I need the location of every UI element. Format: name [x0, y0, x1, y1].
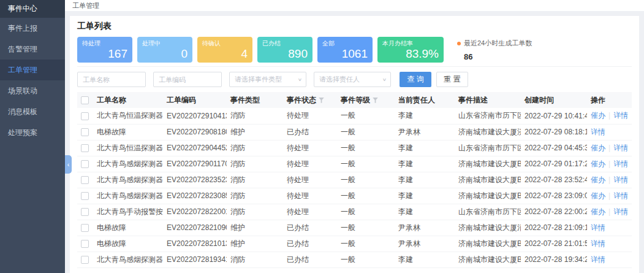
detail-link[interactable]: 详情	[613, 144, 628, 152]
stat-card: 待确认4	[197, 37, 252, 63]
column-header: 创建时间	[521, 92, 587, 108]
column-header-label: 当前责任人	[398, 96, 435, 104]
urge-link[interactable]: 催办	[591, 207, 605, 216]
detail-link[interactable]: 详情	[591, 128, 605, 136]
column-header: 操作	[587, 92, 632, 108]
cell-level: 一般	[337, 252, 395, 267]
reset-button[interactable]: 重 置	[436, 72, 468, 87]
cell-actions: 催办|详情	[587, 172, 632, 188]
detail-link[interactable]: 详情	[591, 255, 605, 264]
stat-card: 本月办结率83.9%	[377, 37, 444, 63]
search-button[interactable]: 查 询	[400, 72, 431, 87]
breadcrumb: 工单管理	[65, 0, 644, 11]
select-all-checkbox[interactable]	[81, 96, 89, 104]
sidebar-item-4[interactable]: 场景联动	[0, 80, 65, 101]
stat-card-label: 本月办结率	[382, 39, 439, 48]
sidebar-header: 事件中心	[0, 0, 65, 18]
cell-type: 消防	[227, 172, 283, 188]
detail-link[interactable]: 详情	[613, 191, 628, 200]
responsible-person-select[interactable]: 请选择责任人 ∨	[314, 72, 391, 87]
cell-code: EV20220729104130123	[163, 108, 227, 124]
cell-time: 2022-07-28 23:52:48	[521, 172, 587, 188]
table-row: 北大青鸟感烟探测器故障EV20220728230853750消防待处理一般李建济…	[77, 188, 632, 204]
urge-link[interactable]: 催办	[591, 144, 605, 152]
row-checkbox[interactable]	[81, 176, 89, 184]
dot-icon	[457, 42, 461, 45]
table-row: 北大青鸟感烟探测器故障EV20220728235233362消防待处理一般李建济…	[77, 172, 632, 188]
sidebar-item-1[interactable]: 事件上报	[0, 18, 65, 39]
column-header: 工单编码	[163, 92, 227, 108]
main-area: 工单管理 工单列表 待处理167处理中0待确认4已办结890全部1061本月办结…	[65, 0, 644, 273]
stat-card-label: 处理中	[142, 39, 188, 48]
urge-link[interactable]: 催办	[591, 175, 605, 184]
note-line: 最近24小时生成工单数	[457, 39, 532, 48]
detail-link[interactable]: 详情	[613, 111, 628, 120]
chevron-down-icon: ∨	[382, 77, 387, 82]
stats-note: 最近24小时生成工单数 86	[457, 37, 532, 61]
sidebar-item-5[interactable]: 消息模板	[0, 101, 65, 122]
sidebar-item-2[interactable]: 告警管理	[0, 39, 65, 60]
note-value: 86	[464, 52, 532, 61]
table-head-row: 工单名称工单编码事件类型事件状态事件等级当前责任人事件描述创建时间操作	[77, 92, 632, 108]
cell-name: 北大青鸟感烟探测器故障	[93, 156, 163, 172]
cell-level: 一般	[337, 188, 395, 204]
cell-code: EV20220728210903424	[163, 220, 227, 236]
cell-time: 2022-07-28 19:34:26	[521, 252, 587, 267]
detail-link[interactable]: 详情	[613, 207, 628, 216]
row-checkbox[interactable]	[81, 112, 89, 120]
cell-desc: 济南城市建设大厦B3车...	[455, 156, 521, 172]
filter-funnel-icon[interactable]	[373, 98, 378, 103]
action-separator: |	[608, 191, 610, 200]
order-code-input[interactable]	[153, 72, 222, 87]
sidebar: 事件中心 事件上报告警管理工单管理场景联动消息模板处理预案	[0, 0, 65, 273]
cell-type: 消防	[227, 188, 283, 204]
urge-link[interactable]: 催办	[591, 191, 605, 200]
row-checkbox[interactable]	[81, 160, 89, 168]
urge-link[interactable]: 催办	[591, 111, 605, 120]
cell-desc: 济南城市建设大厦济南城...	[455, 124, 521, 140]
event-type-select-placeholder: 请选择事件类型	[235, 75, 282, 84]
row-checkbox[interactable]	[81, 224, 89, 232]
stat-card: 全部1061	[317, 37, 373, 63]
responsible-person-select-placeholder: 请选择责任人	[319, 75, 360, 84]
filter-funnel-icon[interactable]	[319, 98, 324, 103]
cell-status: 已办结	[283, 220, 337, 236]
row-checkbox[interactable]	[81, 208, 89, 216]
sidebar-item-3[interactable]: 工单管理	[0, 60, 65, 80]
column-header-label: 事件状态	[287, 96, 316, 104]
column-header-label: 创建时间	[525, 96, 554, 104]
row-checkbox[interactable]	[81, 256, 89, 264]
collapse-arrow-icon: ‹	[67, 161, 70, 168]
event-type-select[interactable]: 请选择事件类型 ∨	[229, 72, 306, 87]
order-name-input[interactable]	[77, 72, 146, 87]
table-row: 电梯故障EV20220728210138787维护已办结一般尹承林济南城市建设大…	[77, 236, 632, 252]
sidebar-item-6[interactable]: 处理预案	[0, 122, 65, 143]
urge-link[interactable]: 催办	[591, 160, 605, 168]
action-separator: |	[608, 111, 610, 120]
column-header: 事件状态	[283, 92, 337, 108]
sidebar-collapse-handle[interactable]: ‹	[65, 155, 72, 174]
cell-name: 电梯故障	[93, 220, 163, 236]
table-body: 北大青鸟恒温探测器故障EV20220729104130123消防待处理一般李建山…	[77, 108, 632, 267]
cell-type: 消防	[227, 204, 283, 220]
table-row: 北大青鸟恒温探测器故障EV20220729104130123消防待处理一般李建山…	[77, 108, 632, 124]
cell-person: 李建	[395, 140, 455, 156]
cell-level: 一般	[337, 204, 395, 220]
action-separator: |	[608, 144, 610, 152]
row-checkbox[interactable]	[81, 240, 89, 248]
cell-status: 已办结	[283, 236, 337, 252]
detail-link[interactable]: 详情	[591, 223, 605, 232]
detail-link[interactable]: 详情	[613, 175, 628, 184]
row-checkbox[interactable]	[81, 128, 89, 136]
cell-code: EV20220728193411643	[163, 252, 227, 267]
row-checkbox[interactable]	[81, 192, 89, 200]
cell-time: 2022-07-28 21:09:18	[521, 220, 587, 236]
column-header-label: 事件类型	[230, 96, 260, 104]
cell-name: 北大青鸟感烟探测器故障	[93, 252, 163, 267]
cell-level: 一般	[337, 108, 395, 124]
row-checkbox[interactable]	[81, 144, 89, 152]
detail-link[interactable]: 详情	[591, 239, 605, 248]
detail-link[interactable]: 详情	[613, 160, 628, 168]
cell-actions: 详情	[587, 252, 632, 267]
column-header: 当前责任人	[395, 92, 455, 108]
